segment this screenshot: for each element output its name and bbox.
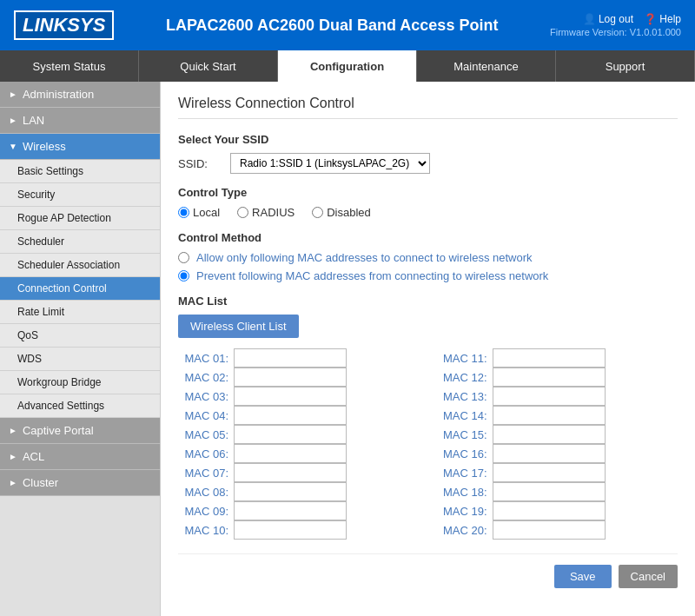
mac-08-label: MAC 08: <box>178 486 228 499</box>
mac-row-07: MAC 07: <box>178 463 420 482</box>
help-icon: ❓ <box>644 13 657 25</box>
control-method-label: Control Method <box>178 231 678 244</box>
method-allow-radio[interactable] <box>178 252 189 263</box>
mac-05-label: MAC 05: <box>178 428 228 441</box>
sidebar-item-scheduler-association[interactable]: Scheduler Association <box>0 254 160 277</box>
sidebar-group-acl[interactable]: ► ACL <box>0 444 160 470</box>
mac-row-20: MAC 20: <box>437 520 678 540</box>
control-type-section: Control Type Local RADIUS Disabled <box>178 186 678 219</box>
sidebar-group-wireless-label: Wireless <box>23 140 66 153</box>
mac-08-input[interactable] <box>234 482 347 501</box>
content: Wireless Connection Control Select Your … <box>161 82 695 616</box>
sidebar-item-rate-limit[interactable]: Rate Limit <box>0 301 160 324</box>
radio-local-input[interactable] <box>178 207 189 218</box>
mac-07-label: MAC 07: <box>178 467 228 480</box>
mac-03-label: MAC 03: <box>178 390 228 403</box>
logout-link[interactable]: 👤 Log out <box>583 13 633 25</box>
tab-maintenance[interactable]: Maintenance <box>417 50 556 82</box>
ssid-row: SSID: Radio 1:SSID 1 (LinksysLAPAC_2G) <box>178 153 678 174</box>
mac-row-17: MAC 17: <box>437 463 678 482</box>
mac-09-input[interactable] <box>234 501 347 520</box>
mac-13-input[interactable] <box>493 387 606 406</box>
product-title: LAPAC2600 AC2600 Dual Band Access Point <box>114 17 550 35</box>
mac-09-label: MAC 09: <box>178 505 228 518</box>
header: LINKSYS LAPAC2600 AC2600 Dual Band Acces… <box>0 0 695 50</box>
mac-row-08: MAC 08: <box>178 482 420 501</box>
mac-row-09: MAC 09: <box>178 501 420 520</box>
sidebar-group-captive-portal-label: Captive Portal <box>23 424 94 437</box>
mac-06-input[interactable] <box>234 444 347 463</box>
radio-radius[interactable]: RADIUS <box>237 206 295 219</box>
mac-16-label: MAC 16: <box>437 447 487 460</box>
save-button[interactable]: Save <box>554 565 612 588</box>
mac-row-03: MAC 03: <box>178 387 420 406</box>
cancel-button[interactable]: Cancel <box>619 565 678 588</box>
method-prevent-radio[interactable] <box>178 270 189 282</box>
tab-configuration[interactable]: Configuration <box>278 50 417 82</box>
user-icon: 👤 <box>583 13 596 25</box>
mac-list-section: MAC List Wireless Client List MAC 01: MA… <box>178 295 678 540</box>
mac-row-14: MAC 14: <box>437 406 678 425</box>
mac-12-input[interactable] <box>493 368 606 387</box>
control-method-section: Control Method Allow only following MAC … <box>178 231 678 282</box>
ssid-select[interactable]: Radio 1:SSID 1 (LinksysLAPAC_2G) <box>231 154 429 173</box>
mac-list-label: MAC List <box>178 295 678 308</box>
sidebar-item-connection-control[interactable]: Connection Control <box>0 277 160 301</box>
mac-03-input[interactable] <box>234 387 347 406</box>
mac-20-input[interactable] <box>493 520 606 540</box>
sidebar-group-administration-label: Administration <box>23 88 94 101</box>
mac-02-input[interactable] <box>234 368 347 387</box>
mac-row-12: MAC 12: <box>437 368 678 387</box>
mac-04-input[interactable] <box>234 406 347 425</box>
sidebar-item-rogue-ap-detection[interactable]: Rogue AP Detection <box>0 207 160 230</box>
mac-07-input[interactable] <box>234 463 347 482</box>
mac-15-label: MAC 15: <box>437 428 487 441</box>
mac-06-label: MAC 06: <box>178 447 228 460</box>
sidebar-group-lan[interactable]: ► LAN <box>0 108 160 134</box>
mac-row-04: MAC 04: <box>178 406 420 425</box>
mac-17-input[interactable] <box>493 463 606 482</box>
help-link[interactable]: ❓ Help <box>644 13 681 25</box>
sidebar-group-wireless[interactable]: ▼ Wireless <box>0 134 160 160</box>
control-type-options: Local RADIUS Disabled <box>178 206 678 219</box>
mac-row-06: MAC 06: <box>178 444 420 463</box>
sidebar-item-workgroup-bridge[interactable]: Workgroup Bridge <box>0 371 160 394</box>
sidebar-group-captive-portal[interactable]: ► Captive Portal <box>0 418 160 444</box>
sidebar-group-cluster[interactable]: ► Cluster <box>0 470 160 496</box>
mac-row-05: MAC 05: <box>178 425 420 444</box>
mac-05-input[interactable] <box>234 425 347 444</box>
mac-11-input[interactable] <box>493 348 606 368</box>
mac-19-input[interactable] <box>493 501 606 520</box>
mac-14-input[interactable] <box>493 406 606 425</box>
method-prevent-row: Prevent following MAC addresses from con… <box>178 269 678 282</box>
firmware-version: Firmware Version: V1.0.01.000 <box>550 27 681 37</box>
tab-quick-start[interactable]: Quick Start <box>139 50 278 82</box>
sidebar-item-security[interactable]: Security <box>0 183 160 207</box>
mac-row-02: MAC 02: <box>178 368 420 387</box>
ssid-select-wrapper: Radio 1:SSID 1 (LinksysLAPAC_2G) <box>230 153 430 174</box>
mac-01-input[interactable] <box>234 348 347 368</box>
mac-10-input[interactable] <box>234 520 347 540</box>
sidebar-group-administration[interactable]: ► Administration <box>0 82 160 108</box>
mac-18-input[interactable] <box>493 482 606 501</box>
sidebar-item-qos[interactable]: QoS <box>0 324 160 348</box>
mac-row-16: MAC 16: <box>437 444 678 463</box>
radio-disabled-input[interactable] <box>312 207 323 218</box>
tab-support[interactable]: Support <box>556 50 695 82</box>
logo: LINKSYS <box>14 10 114 40</box>
header-right: 👤 Log out ❓ Help Firmware Version: V1.0.… <box>550 13 681 37</box>
sidebar-item-basic-settings[interactable]: Basic Settings <box>0 160 160 183</box>
mac-16-input[interactable] <box>493 444 606 463</box>
tab-system-status[interactable]: System Status <box>0 50 139 82</box>
sidebar-item-wds[interactable]: WDS <box>0 348 160 371</box>
sidebar-item-advanced-settings[interactable]: Advanced Settings <box>0 394 160 418</box>
mac-15-input[interactable] <box>493 425 606 444</box>
mac-row-11: MAC 11: <box>437 348 678 368</box>
radio-disabled[interactable]: Disabled <box>312 206 371 219</box>
mac-row-19: MAC 19: <box>437 501 678 520</box>
mac-left-column: MAC 01: MAC 02: MAC 03: MAC 04: <box>178 348 420 540</box>
radio-local[interactable]: Local <box>178 206 220 219</box>
wireless-client-list-button[interactable]: Wireless Client List <box>178 315 299 338</box>
radio-radius-input[interactable] <box>237 207 248 218</box>
sidebar-item-scheduler[interactable]: Scheduler <box>0 230 160 254</box>
